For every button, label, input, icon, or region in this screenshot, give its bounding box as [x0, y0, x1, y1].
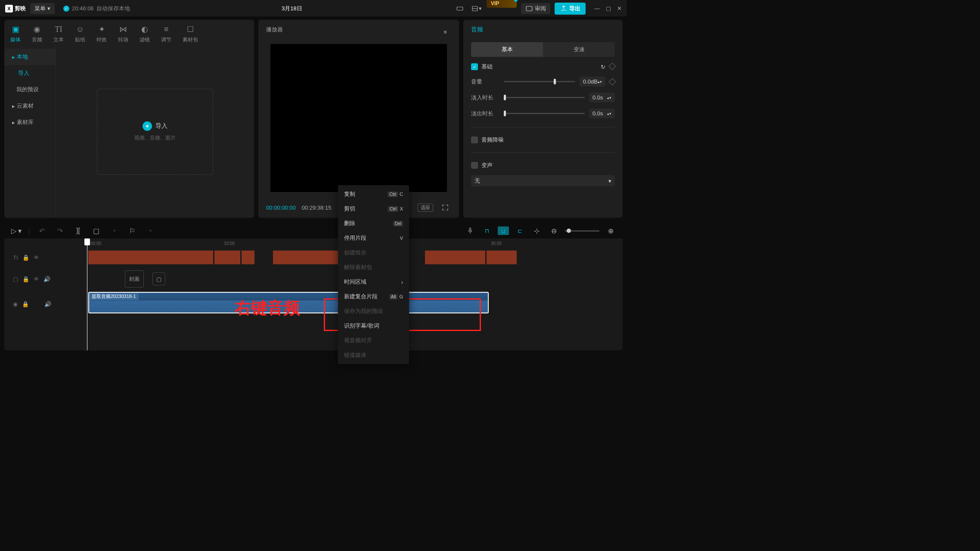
menu-dropdown[interactable]: 菜单 ▾: [30, 3, 55, 14]
magnet-icon[interactable]: ⊓: [481, 226, 493, 235]
tab-text[interactable]: TI文本: [53, 24, 64, 43]
sidebar-import[interactable]: 导入: [4, 65, 56, 81]
volume-slider[interactable]: [504, 81, 575, 82]
sidebar-cloud[interactable]: ▸ 云素材: [4, 98, 56, 114]
media-sidebar: ▸ 本地 导入 我的预设 ▸ 云素材 ▸ 素材库: [4, 45, 56, 218]
cover-button[interactable]: 封面: [125, 270, 144, 288]
tab-kit[interactable]: ☐素材包: [183, 24, 198, 43]
video-track-icon: ▢: [13, 276, 18, 282]
ctx-unpack: 解除素材包: [338, 260, 409, 275]
tab-sticker[interactable]: ☺贴纸: [75, 24, 85, 43]
fadein-slider[interactable]: [504, 97, 585, 98]
ctx-compound[interactable]: 新建复合片段AltG: [338, 289, 409, 304]
pointer-tool[interactable]: ▷ ▾: [10, 225, 22, 237]
ctx-timerange[interactable]: 时间区域›: [338, 275, 409, 289]
ctx-av-align: 视音频对齐: [338, 333, 409, 348]
context-menu: 复制CtrlC 剪切CtrlX 删除Del 停用片段V 创建组合 解除素材包 时…: [338, 185, 409, 353]
player-viewport[interactable]: [270, 44, 447, 192]
eye-icon[interactable]: 👁: [34, 276, 39, 282]
voice-select[interactable]: 无▾: [471, 175, 615, 186]
fullscreen-icon[interactable]: [439, 201, 451, 214]
chevron-down-icon: ▾: [47, 5, 50, 12]
export-button[interactable]: 导出: [555, 3, 586, 15]
tab-filter[interactable]: ◐滤镜: [140, 24, 150, 43]
eye-icon[interactable]: 👁: [34, 254, 39, 261]
fadein-value[interactable]: 0.0s▴▾: [589, 93, 615, 102]
voice-checkbox[interactable]: [471, 162, 478, 169]
inspector-title: 音频: [471, 26, 615, 34]
reset-icon[interactable]: ↻: [601, 64, 605, 70]
speaker-icon[interactable]: 🔊: [44, 301, 51, 307]
flag-tool[interactable]: ⚐: [126, 225, 138, 237]
ctx-cut[interactable]: 剪切CtrlX: [338, 201, 409, 216]
vip-badge[interactable]: VIP: [487, 0, 517, 8]
ctx-copy[interactable]: 复制CtrlC: [338, 187, 409, 201]
close-icon[interactable]: ✕: [617, 5, 622, 12]
svg-rect-3: [526, 6, 532, 11]
kit-icon: ☐: [185, 24, 195, 34]
keyframe-icon[interactable]: [609, 78, 616, 85]
media-panel: ▣媒体 ◉音频 TI文本 ☺贴纸 ✦特效 ⋈转场 ◐滤镜 ≡调节 ☐素材包 ▸ …: [4, 20, 254, 218]
import-dropzone[interactable]: +导入 视频、音频、图片: [97, 89, 213, 175]
fit-button[interactable]: 适应: [418, 204, 433, 212]
zoom-in-icon[interactable]: ⊕: [605, 225, 617, 237]
fadeout-value[interactable]: 0.0s▴▾: [589, 108, 615, 118]
add-clip-icon[interactable]: ▢: [152, 272, 165, 285]
tab-media[interactable]: ▣媒体: [10, 24, 21, 43]
tab-audio[interactable]: ◉音频: [32, 24, 42, 43]
svg-rect-6: [470, 228, 471, 231]
audio-track: ◉🔒🔊 提取音频20230318-1: [4, 291, 623, 317]
align-icon[interactable]: ⊹: [530, 225, 543, 237]
logo-icon: X: [5, 5, 13, 12]
volume-value[interactable]: 0.0dB▴▾: [580, 77, 605, 87]
ctx-disable[interactable]: 停用片段V: [338, 231, 409, 245]
zoom-slider[interactable]: [565, 230, 599, 232]
ctx-recognize-subtitles[interactable]: 识别字幕/歌词: [338, 319, 409, 333]
tool-5[interactable]: ▫: [144, 225, 156, 237]
noise-checkbox[interactable]: [471, 136, 478, 143]
basic-checkbox[interactable]: ✓: [471, 63, 478, 70]
fadeout-slider[interactable]: [504, 113, 585, 114]
keyboard-icon[interactable]: [454, 3, 466, 15]
crop-tool[interactable]: ▢: [90, 225, 102, 237]
sidebar-library[interactable]: ▸ 素材库: [4, 114, 56, 130]
keyframe-icon[interactable]: [609, 62, 616, 70]
transition-icon: ⋈: [118, 24, 128, 34]
text-icon: TI: [53, 24, 64, 34]
mic-icon[interactable]: [464, 225, 476, 237]
lock-icon[interactable]: 🔒: [22, 254, 29, 261]
save-status: ✓ 20:46:06 自动保存本地: [63, 5, 130, 12]
media-tabs: ▣媒体 ◉音频 TI文本 ☺贴纸 ✦特效 ⋈转场 ◐滤镜 ≡调节 ☐素材包: [4, 20, 254, 45]
sidebar-preset[interactable]: 我的预设: [4, 81, 56, 98]
tool-3[interactable]: ▫: [108, 225, 120, 237]
undo-button[interactable]: ↶: [36, 225, 48, 237]
player-title: 播放器: [266, 26, 283, 38]
lock-icon[interactable]: 🔒: [22, 276, 29, 282]
tab-effect[interactable]: ✦特效: [96, 24, 107, 43]
redo-button[interactable]: ↷: [54, 225, 66, 237]
menu-icon[interactable]: ≡: [439, 26, 451, 38]
playhead[interactable]: [87, 238, 87, 350]
layout-icon[interactable]: ▾: [470, 3, 482, 15]
ctx-delete[interactable]: 删除Del: [338, 216, 409, 231]
project-title: 3月18日: [134, 5, 450, 12]
review-button[interactable]: 审阅: [521, 3, 550, 14]
text-track-icon: TI: [13, 254, 18, 261]
zoom-out-icon[interactable]: ⊖: [548, 225, 560, 237]
maximize-icon[interactable]: ▢: [606, 5, 611, 12]
lock-icon[interactable]: 🔒: [22, 301, 29, 307]
media-icon: ▣: [10, 24, 21, 34]
link-icon[interactable]: ⊔: [498, 226, 509, 235]
minimize-icon[interactable]: —: [594, 5, 600, 12]
sidebar-local[interactable]: ▸ 本地: [4, 49, 56, 65]
tab-transition[interactable]: ⋈转场: [118, 24, 128, 43]
timecode-duration: 00:29:38:15: [302, 204, 332, 211]
speaker-icon[interactable]: 🔊: [43, 276, 50, 282]
insp-tab-speed[interactable]: 变速: [543, 42, 615, 57]
tab-adjust[interactable]: ≡调节: [161, 24, 171, 43]
split-tool[interactable]: ]​[: [72, 225, 84, 237]
insp-tab-basic[interactable]: 基本: [471, 42, 543, 57]
adjust-icon: ≡: [161, 24, 171, 34]
snap-icon[interactable]: ⊏: [514, 226, 525, 235]
annotation-text: 右键音频: [235, 297, 300, 319]
